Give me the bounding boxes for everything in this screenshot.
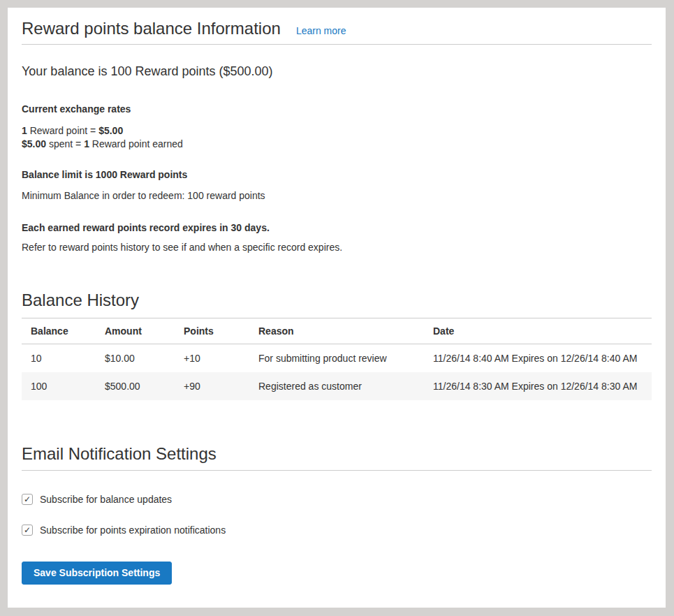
page-header: Reward points balance Information Learn … bbox=[22, 18, 652, 45]
cell-date: 11/26/14 8:40 AM Expires on 12/26/14 8:4… bbox=[424, 344, 652, 373]
rate2-text: spent = bbox=[46, 138, 84, 149]
exchange-rate-line-2: $5.00 spent = 1 Reward point earned bbox=[22, 138, 652, 151]
reward-points-panel: Reward points balance Information Learn … bbox=[8, 8, 666, 608]
rate1-points: 1 bbox=[22, 125, 27, 136]
cell-balance: 100 bbox=[22, 372, 96, 400]
exchange-rates-heading: Current exchange rates bbox=[22, 103, 652, 115]
balance-updates-label[interactable]: Subscribe for balance updates bbox=[40, 494, 172, 505]
checkmark-icon bbox=[24, 495, 31, 504]
cell-date: 11/26/14 8:30 AM Expires on 12/26/14 8:3… bbox=[424, 372, 652, 400]
email-settings-header: Email Notification Settings bbox=[22, 443, 652, 471]
balance-updates-checkbox[interactable] bbox=[22, 494, 33, 505]
table-row: 100 $500.00 +90 Registered as customer 1… bbox=[22, 372, 652, 400]
rate1-text: Reward point = bbox=[27, 125, 98, 136]
column-header-date: Date bbox=[424, 318, 652, 344]
points-expiration-label[interactable]: Subscribe for points expiration notifica… bbox=[40, 525, 226, 536]
column-header-amount: Amount bbox=[96, 318, 175, 344]
checkmark-icon bbox=[24, 526, 31, 534]
email-settings-heading: Email Notification Settings bbox=[22, 443, 652, 464]
column-header-reason: Reason bbox=[249, 318, 424, 344]
table-row: 10 $10.00 +10 For submitting product rev… bbox=[22, 344, 652, 373]
cell-points: +90 bbox=[175, 372, 249, 400]
learn-more-link[interactable]: Learn more bbox=[296, 25, 346, 36]
balance-history-table: Balance Amount Points Reason Date 10 $10… bbox=[22, 318, 652, 400]
cell-reason: For submitting product review bbox=[249, 344, 424, 373]
rate1-amount: $5.00 bbox=[98, 125, 123, 136]
balance-updates-option: Subscribe for balance updates bbox=[22, 494, 652, 505]
points-expiration-option: Subscribe for points expiration notifica… bbox=[22, 525, 652, 536]
table-header-row: Balance Amount Points Reason Date bbox=[22, 318, 652, 344]
column-header-points: Points bbox=[175, 318, 249, 344]
cell-amount: $500.00 bbox=[96, 372, 175, 400]
cell-amount: $10.00 bbox=[96, 344, 175, 373]
balance-history-heading: Balance History bbox=[22, 290, 652, 310]
expiry-rule-text: Each earned reward points record expires… bbox=[22, 222, 652, 234]
rate2-points: 1 bbox=[84, 138, 89, 149]
save-subscription-settings-button[interactable]: Save Subscription Settings bbox=[22, 562, 172, 585]
cell-points: +10 bbox=[175, 344, 249, 373]
cell-balance: 10 bbox=[22, 344, 96, 373]
page-title: Reward points balance Information bbox=[22, 18, 281, 38]
exchange-rate-lines: 1 Reward point = $5.00 $5.00 spent = 1 R… bbox=[22, 124, 652, 151]
rate2-amount: $5.00 bbox=[22, 138, 46, 149]
rate2-suffix: Reward point earned bbox=[89, 138, 183, 149]
points-expiration-checkbox[interactable] bbox=[22, 525, 33, 536]
column-header-balance: Balance bbox=[22, 318, 96, 344]
minimum-balance-text: Minimum Balance in order to redeem: 100 … bbox=[22, 190, 652, 202]
balance-summary: Your balance is 100 Reward points ($500.… bbox=[22, 64, 652, 79]
expiry-note-text: Refer to reward points history to see if… bbox=[22, 242, 652, 254]
balance-limit-text: Balance limit is 1000 Reward points bbox=[22, 169, 652, 181]
exchange-rate-line-1: 1 Reward point = $5.00 bbox=[22, 124, 652, 138]
cell-reason: Registered as customer bbox=[249, 372, 424, 400]
